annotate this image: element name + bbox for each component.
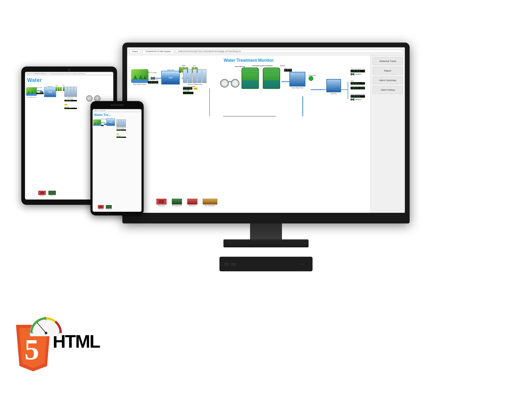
phone-well-value: 75.0 [109, 121, 112, 123]
tablet-raw-flow-value: 5.98 m3/H [36, 93, 44, 94]
tablet-tab-2[interactable]: CONPROSYS HMI System [32, 72, 48, 75]
tablet-drain-label: Dra... [48, 195, 56, 196]
scada-main: Water Treatment Monitor [127, 55, 370, 213]
pc-usb-port-2 [231, 263, 236, 266]
phone-basin-label: Chemical settling basin [117, 127, 126, 128]
water-dist-value3: 0.06 m3/H [351, 95, 365, 98]
tablet-flow-val: 4.94 m3/H [64, 108, 77, 109]
phone-turbidity-value: 2.80 ppm [117, 130, 126, 131]
browser-tab-1[interactable]: Flow1 [129, 49, 141, 53]
report-btn[interactable]: Report [373, 67, 403, 74]
tablet-low: Low [64, 104, 67, 105]
fast-filtering-label: Fast Filtering [235, 66, 245, 67]
browser-address[interactable]: localhost/view/view.php?ctid=conther&pci… [176, 50, 403, 53]
tablet-basin-label: Chemical se... [64, 97, 77, 98]
basin-flow-value: 4.94 m3/H [183, 92, 193, 94]
monitor-bezel: Flow1 CONPROSYS HMI System localhost/vie… [122, 43, 410, 223]
water-dist-label1: Water distribution flow [351, 68, 365, 70]
clean-water-pond: Clean Water Pond [289, 72, 305, 89]
svg-text:80: 80 [59, 330, 61, 332]
phone-tab[interactable]: Flow1 [93, 110, 98, 112]
water-level-section: Water Level 0.35 m [284, 68, 292, 72]
clean-pond-label: Clean Water Pond [289, 87, 305, 89]
speedometer-gauge: 0 80 40 [29, 315, 63, 337]
monitor-screen: Flow1 CONPROSYS HMI System localhost/vie… [127, 47, 405, 213]
tablet-turbidity-value: 2.80 ppm [64, 100, 77, 101]
water-well-value: 75.0 [168, 77, 173, 79]
phone-drain-label: Drainage pond [106, 209, 112, 210]
water-level2-section: 水位 116.00 m Water distribution flow i911… [351, 80, 365, 89]
browser-tab-2[interactable]: CONPROSYS HMI System [142, 49, 174, 53]
raw-water-flow-value: 5.98 m3/H [148, 81, 158, 84]
scada-title: Water Treatment Monitor [130, 58, 368, 63]
mud-pond2-label: Mud pond [187, 205, 197, 206]
water-level2-label: 水位 [351, 80, 365, 82]
gao-qu-label: 高区配水 [355, 73, 361, 75]
monitor-neck [250, 223, 282, 239]
svg-text:5: 5 [24, 333, 39, 366]
pc-led-1 [301, 264, 304, 265]
tablet-address[interactable]: localhost/view/view.php?ctid=conther&pci… [49, 72, 112, 75]
phone-flow-label: Flow In Valve [101, 119, 107, 120]
phone: Flow1 localhost/view/... Water Tre... [90, 101, 144, 215]
phone-raw-flow-value: 5.98 [101, 125, 104, 126]
di-qu-label: 低区配水 [355, 99, 361, 101]
water-level-value: 0.35 m [284, 69, 292, 72]
browser-bar: Flow1 CONPROSYS HMI System localhost/vie… [127, 47, 405, 55]
tablet-gauges [86, 95, 101, 102]
phone-well: 75.0 [106, 118, 115, 126]
sun-drying-label: Sun drying floor [203, 205, 217, 206]
chemical-basin-label: Chemical settling basin [183, 84, 206, 85]
river-source-label: River Water Source [131, 84, 148, 85]
phone-content: Water Tre... Flow In Valve Raw W [93, 112, 142, 212]
monitor: Flow1 CONPROSYS HMI System localhost/vie… [122, 43, 410, 261]
tablet-well-value: 75.0 [48, 91, 52, 93]
phone-address[interactable]: localhost/view/... [98, 110, 141, 112]
water-dist-value2: i9118.51 m3/H [351, 87, 365, 89]
reservoir-label: Reservoir [326, 93, 341, 94]
tablet-browser-bar: Flow1 CONPROSYS HMI System localhost/vie… [25, 72, 113, 76]
carbon-filters [242, 68, 280, 89]
drainage-pond-label: Drainage pond [172, 205, 182, 206]
tablet-tab-1[interactable]: Flow1 [26, 72, 32, 75]
phone-bezel: Flow1 localhost/view/... Water Tre... [90, 101, 144, 215]
phone-screen: Flow1 localhost/view/... Water Tre... [93, 109, 142, 212]
pac-label: PAC [192, 65, 198, 67]
alarm-summary-btn[interactable]: Alarm Summary [373, 77, 403, 84]
monitor-stand [223, 239, 309, 247]
water-dist-label3: Water distribution flow [351, 94, 365, 95]
river-water-source: River Water Source [131, 69, 148, 85]
carbon-filtration-label: Activated Carbon Filtration [252, 65, 273, 66]
phone-browser-bar: Flow1 localhost/view/... [93, 109, 142, 112]
send-pump-label: Send pump [309, 74, 316, 76]
tablet-jiao: 前矾 [56, 85, 62, 86]
water-well: Water well 75.0 [161, 69, 180, 85]
scada-sidebar: Historical Trend Report Alarm Summary Al… [370, 55, 405, 213]
qing-shui-label: 清水池 [280, 65, 285, 67]
water-dist-value1: 0.01 m3/H [351, 70, 365, 72]
tablet-mud: Mud pond Dra... [38, 191, 56, 196]
phone-mud: Mud pond Drainage pond [98, 205, 112, 210]
phone-basin: Chemical settling basin Raw water turbid… [117, 119, 126, 138]
reservoir: Reservoir [326, 79, 341, 94]
water-dist-section: Water distribution flow 0.01 m3/H 高区配水 [351, 68, 365, 76]
mud-pond1-label: Mud pond [156, 205, 167, 206]
historical-trend-btn[interactable]: Historical Trend [373, 57, 403, 65]
tablet-basin: Chemical se... Raw water turbidity 2.80 … [64, 87, 77, 109]
monitor-pc-box [219, 257, 313, 271]
svg-text:40: 40 [44, 316, 46, 318]
alarm-history-btn[interactable]: Alarm History [373, 86, 403, 94]
phone-diagram: Flow In Valve Raw Water Flow 5.98 75.0 [93, 117, 142, 210]
svg-text:0: 0 [30, 330, 31, 332]
phone-speaker [110, 104, 124, 106]
tablet-well: Water well 75.0 [44, 86, 56, 97]
water-level2-value: 116.00 m [351, 82, 365, 85]
phone-mud-label: Mud pond [98, 209, 104, 210]
flow-in-valve-label: Flow In Valve [148, 72, 157, 73]
raw-turbidity-value: 2.80 ppm [183, 87, 192, 90]
low-indicator: Low [193, 88, 198, 90]
water-dist-label2: Water distribution flow [351, 85, 365, 87]
chemical-settling-basin: Chemical settling basin Raw water turbid… [183, 69, 206, 94]
jiao-ning-label: 前矾 [179, 65, 188, 67]
raw-water-flow-label: Raw Water Flow [148, 79, 159, 81]
